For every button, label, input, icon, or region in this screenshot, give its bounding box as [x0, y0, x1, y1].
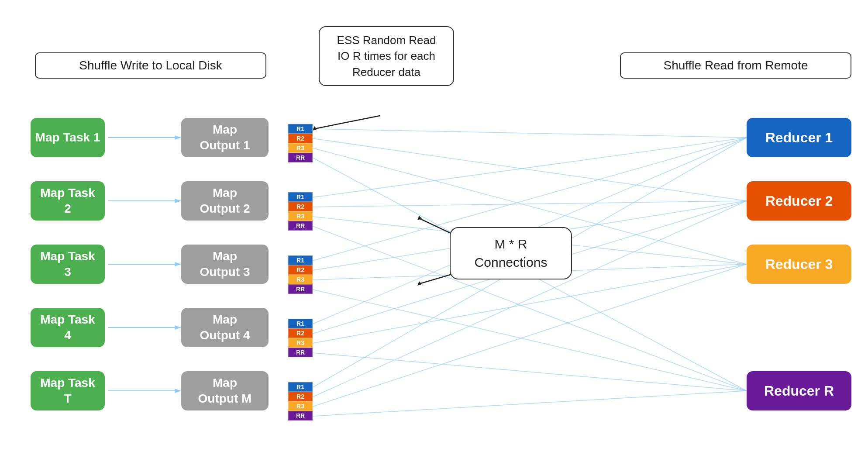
partition-r1-mo1: R1	[288, 124, 313, 134]
partition-stack-2: R1 R2 R3 RR	[288, 192, 313, 231]
svg-line-24	[313, 264, 747, 407]
svg-line-28	[313, 353, 747, 391]
diagram: Shuffle Write to Local Disk Shuffle Read…	[0, 0, 868, 469]
partition-stack-M: R1 R2 R3 RR	[288, 382, 313, 421]
svg-marker-35	[417, 281, 422, 286]
reducer-R: Reducer R	[747, 371, 851, 410]
map-task-1: Map Task 1	[31, 118, 105, 157]
reducer-3: Reducer 3	[747, 245, 851, 284]
svg-line-11	[313, 138, 747, 197]
connections-label-text: M * RConnections	[475, 237, 548, 269]
partition-r3-mo1: R3	[288, 143, 313, 153]
partition-rr-mo1: RR	[288, 153, 313, 162]
svg-marker-9	[175, 389, 181, 393]
svg-line-16	[313, 201, 747, 207]
svg-marker-3	[175, 199, 181, 203]
shuffle-write-label: Shuffle Write to Local Disk	[35, 52, 266, 79]
svg-line-27	[313, 290, 747, 391]
reducer-2: Reducer 2	[747, 181, 851, 221]
shuffle-read-label: Shuffle Read from Remote	[620, 52, 851, 79]
map-output-3: MapOutput 3	[181, 245, 269, 284]
reducer-1: Reducer 1	[747, 118, 851, 157]
svg-marker-1	[175, 135, 181, 140]
map-task-T: Map TaskT	[31, 371, 105, 410]
partition-stack-3: R1 R2 R3 RR	[288, 255, 313, 294]
svg-marker-7	[175, 325, 181, 330]
svg-marker-31	[313, 126, 317, 131]
partition-stack-4: R1 R2 R3 RR	[288, 319, 313, 357]
map-output-M: MapOutput M	[181, 371, 269, 410]
map-task-2: Map Task2	[31, 181, 105, 221]
map-task-3: Map Task3	[31, 245, 105, 284]
svg-marker-5	[175, 262, 181, 266]
map-task-4: Map Task4	[31, 308, 105, 347]
svg-line-10	[313, 129, 747, 138]
map-output-1: MapOutput 1	[181, 118, 269, 157]
svg-line-29	[313, 391, 747, 416]
map-output-2: MapOutput 2	[181, 181, 269, 221]
svg-line-15	[313, 138, 747, 201]
partition-r2-mo1: R2	[288, 134, 313, 143]
connections-label-box: M * RConnections	[450, 227, 572, 279]
ess-callout-text: ESS Random ReadIO R times for eachReduce…	[337, 34, 436, 79]
ess-callout-box: ESS Random ReadIO R times for eachReduce…	[319, 26, 454, 86]
partition-stack-1: R1 R2 R3 RR	[288, 124, 313, 162]
svg-line-30	[314, 116, 380, 129]
svg-marker-33	[417, 216, 422, 220]
map-output-4: MapOutput 4	[181, 308, 269, 347]
